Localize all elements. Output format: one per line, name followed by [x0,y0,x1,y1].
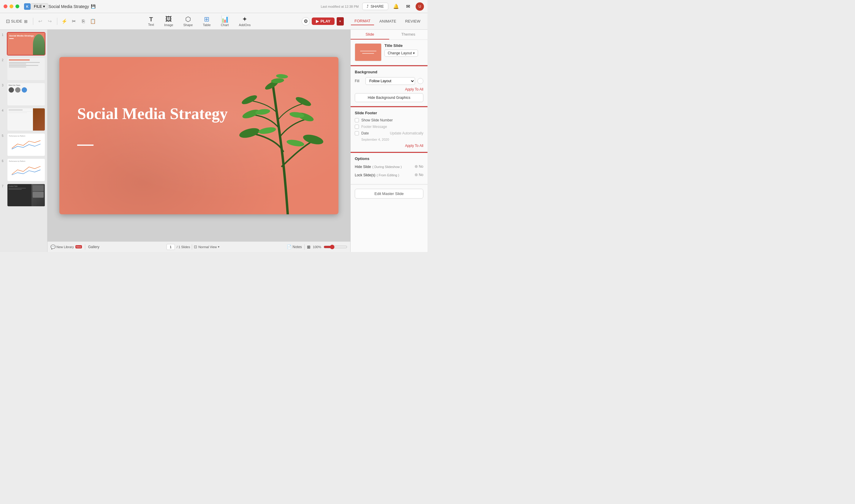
chat-bubble-icon: 💬 [51,245,55,249]
footer-message-label: Footer Message [361,125,387,129]
apply-to-all-link[interactable]: Apply To All [355,87,423,91]
page-number-input[interactable] [166,244,175,250]
file-button[interactable]: FILE ▾ [31,3,48,10]
slide-thumbnail-6[interactable]: 6 Performance by Platform [2,158,46,182]
layout-section: Title Slide Change Layout ▾ [351,40,427,65]
hide-slide-toggle[interactable]: No [415,164,423,168]
chevron-down-icon: ▾ [413,51,415,55]
thumb-6[interactable]: Performance by Platform [7,158,46,182]
slide-canvas[interactable]: Social Media Strategy [59,57,338,214]
chevron-down-icon: ▾ [43,4,45,8]
settings-icon[interactable]: ⚙ [302,17,310,25]
format-tab[interactable]: FORMAT [351,17,374,25]
slide-thumbnail-1[interactable]: 1 Social Media Strategy [2,32,46,55]
shape-tool[interactable]: ⬡ Shape [181,15,195,28]
play-icon: ▶ [316,19,319,23]
toolbar-tools: T Text 🖼 Image ⬡ Shape ⊞ Table 📊 Chart ✦… [146,15,253,28]
footer-message-checkbox[interactable] [355,125,359,129]
thumb-1[interactable]: Social Media Strategy [7,32,46,55]
gallery-button[interactable]: Gallery [88,245,100,249]
zoom-slider[interactable] [324,245,348,249]
slide-thumbnail-5[interactable]: 5 Performance by Platform [2,133,46,157]
image-icon: 🖼 [165,16,172,22]
play-dropdown-button[interactable]: ▾ [337,17,344,25]
paste-button[interactable]: 📋 [89,17,97,25]
status-left: 💬 New Library New Gallery [51,244,100,250]
grid-icon[interactable]: ⊞ [307,245,310,249]
title-bar-right: Last modified at 12:38 PM ⤴ SHARE 🔔 ✉ U [321,2,424,11]
normal-view-button[interactable]: ⊡ Normal View ▾ [194,245,219,249]
cut-button[interactable]: ✂ [70,17,78,25]
slide-thumbnail-2[interactable]: 2 [2,57,46,81]
page-total: / 1 Slides [177,245,190,249]
redo-button[interactable]: ↪ [46,17,54,25]
layout-name: Title Slide [385,43,418,48]
chart-tool[interactable]: 📊 Chart [218,15,231,28]
layout-info: Title Slide Change Layout ▾ [385,43,418,57]
layout-preview-wrap: Title Slide Change Layout ▾ [355,43,423,61]
footer-section: Slide Footer Show Slide Number Footer Me… [351,107,427,152]
hide-background-button[interactable]: Hide Background Graphics [355,93,423,102]
toggle-no-label-2: No [419,173,423,177]
addons-tool[interactable]: ✦ AddOns [237,15,253,28]
close-button[interactable] [3,4,7,8]
slide-content-wrapper: Social Media Strategy 💬 New Library New … [48,30,350,252]
thumb-3[interactable]: Meet the Team [7,83,46,106]
mail-icon[interactable]: ✉ [404,2,412,11]
show-slide-number-row: Show Slide Number [355,118,423,122]
edit-master-slide-button[interactable]: Edit Master Slide [355,189,423,199]
toolbar: ⊡ SLIDE ⊞ ↩ ↪ ⚡ ✂ ⎘ 📋 T Text 🖼 Image ⬡ S… [0,13,427,30]
slide-thumbnail-7[interactable]: 7 Content Style [2,183,46,207]
footer-title: Slide Footer [355,111,423,115]
footer-message-row: Footer Message [355,125,423,129]
footer-apply-to-all-link[interactable]: Apply To All [355,144,423,148]
notifications-icon[interactable]: 🔔 [392,2,400,11]
toggle-dot-1[interactable] [415,165,418,168]
slide-thumbnail-3[interactable]: 3 Meet the Team [2,83,46,106]
play-button[interactable]: ▶ PLAY [312,18,334,25]
date-value: September 4, 2020 [355,138,423,141]
minimize-button[interactable] [10,4,13,8]
color-picker[interactable] [417,78,423,84]
thumb-2[interactable] [7,57,46,81]
lock-slide-toggle[interactable]: No [415,173,423,177]
slide-thumbnail-4[interactable]: 4 [2,108,46,131]
date-checkbox[interactable] [355,131,359,136]
status-right: 📄 Notes ⊞ 100% [287,244,348,250]
fill-dropdown[interactable]: Follow Layout [366,77,415,85]
fullscreen-button[interactable] [15,4,19,8]
themes-tab[interactable]: Themes [389,30,428,39]
table-tool[interactable]: ⊞ Table [200,15,213,28]
text-tool[interactable]: T Text [146,15,157,28]
undo-button[interactable]: ↩ [36,17,44,25]
main-area: 1 Social Media Strategy 2 [0,30,427,252]
slide-panel: 1 Social Media Strategy 2 [0,30,48,252]
copy-style-button[interactable]: ⚡ [60,17,69,25]
right-panel: Slide Themes Title Slide Change Layout ▾ [350,30,427,252]
show-slide-number-checkbox[interactable] [355,118,359,122]
change-layout-button[interactable]: Change Layout ▾ [385,50,418,57]
plant-decoration [232,63,338,214]
avatar[interactable]: U [416,2,424,11]
library-button[interactable]: 💬 New Library New [51,245,82,249]
title-bar: K FILE ▾ Social Media Strategy 💾 Last mo… [0,0,427,13]
options-title: Options [355,157,423,161]
slide-button[interactable]: ⊡ SLIDE ⊞ [3,17,30,25]
toggle-dot-2[interactable] [415,173,418,176]
slide-tab[interactable]: Slide [351,30,389,39]
image-tool[interactable]: 🖼 Image [162,15,176,28]
thumb-7[interactable]: Content Style [7,183,46,207]
show-slide-number-label: Show Slide Number [361,118,393,122]
new-badge: New [75,245,82,249]
thumb-4[interactable] [7,108,46,131]
text-icon: T [149,16,153,22]
review-tab[interactable]: REVIEW [402,18,424,25]
svg-point-7 [286,138,305,147]
share-button[interactable]: ⤴ SHARE [362,3,388,10]
copy-button[interactable]: ⎘ [79,17,88,25]
thumb-5[interactable]: Performance by Platform [7,133,46,157]
layout-preview [355,43,381,61]
background-section: Background Fill Follow Layout Apply To A… [351,66,427,106]
notes-button[interactable]: 📄 Notes [287,245,302,249]
animate-tab[interactable]: ANIMATE [376,18,400,25]
